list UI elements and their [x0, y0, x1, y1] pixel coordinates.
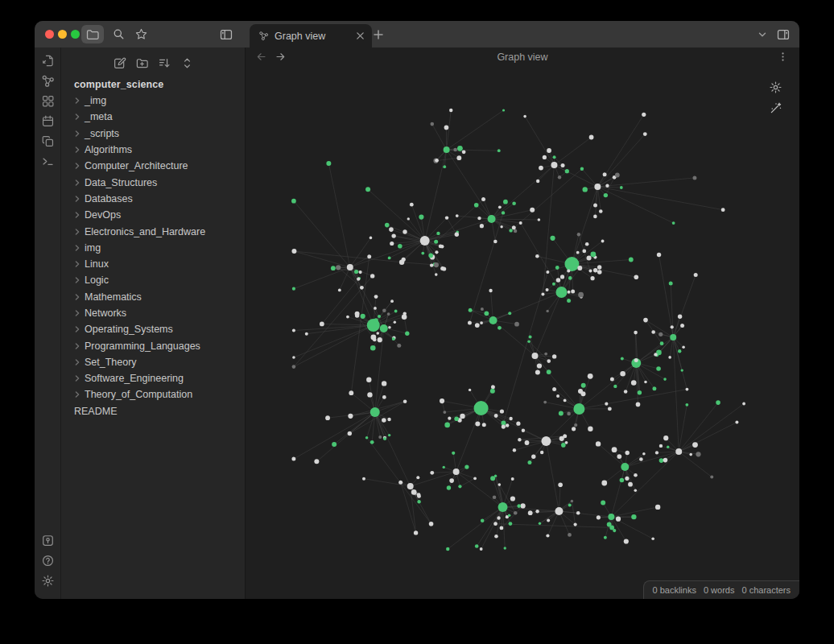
- settings-button[interactable]: [38, 571, 57, 590]
- tree-item-Linux[interactable]: Linux: [61, 256, 245, 272]
- file-tree-item-label: Theory_of_Computation: [85, 389, 192, 400]
- file-explorer-toolbar: [61, 52, 245, 73]
- bookmarks-button[interactable]: [130, 21, 152, 47]
- daily-note-button[interactable]: [38, 111, 57, 130]
- file-tree-item-label: Computer_Architecture: [85, 160, 188, 171]
- new-folder-button[interactable]: [134, 55, 150, 71]
- tree-item-Set_Theory[interactable]: Set_Theory: [61, 354, 245, 370]
- chevron-right-icon: [73, 179, 81, 187]
- tree-item-Operating_Systems[interactable]: Operating_Systems: [61, 321, 245, 337]
- chevron-right-icon: [73, 162, 81, 170]
- tree-item-Data_Structures[interactable]: Data_Structures: [61, 174, 245, 190]
- file-tree-item-label: _meta: [85, 111, 113, 122]
- chevron-right-icon: [73, 97, 81, 105]
- ribbon-bottom: [38, 530, 57, 599]
- tab-list-dropdown-button[interactable]: [754, 21, 770, 47]
- main-pane: Graph view 0 backlinks 0 words 0 charact…: [246, 47, 799, 599]
- vault-switcher-button[interactable]: [38, 530, 57, 550]
- chevron-right-icon: [73, 390, 81, 398]
- tree-item-Algorithms[interactable]: Algorithms: [61, 142, 245, 158]
- chevron-right-icon: [73, 374, 81, 382]
- tree-item-Mathematics[interactable]: Mathematics: [61, 289, 245, 305]
- file-tree-item-label: Software_Engineering: [85, 373, 184, 384]
- tree-item-_img[interactable]: _img: [61, 93, 245, 109]
- tree-item-Computer_Architecture[interactable]: Computer_Architecture: [61, 158, 245, 174]
- chevron-right-icon: [73, 228, 81, 236]
- expand-right-sidebar-button[interactable]: [772, 21, 795, 47]
- tab-label: Graph view: [275, 31, 325, 42]
- file-tree-item-label: img: [85, 242, 101, 254]
- tree-item-_meta[interactable]: _meta: [61, 109, 245, 125]
- file-tree-item-label: DevOps: [85, 209, 121, 221]
- tree-item-img[interactable]: img: [61, 240, 245, 256]
- daily-note-icon: [41, 114, 55, 128]
- chevron-right-icon: [73, 130, 81, 138]
- collapse-all-button[interactable]: [179, 55, 195, 71]
- quick-switcher-icon: [41, 54, 55, 68]
- file-tree: _img _meta _scripts Algorithms Computer_…: [61, 93, 245, 599]
- close-icon[interactable]: [356, 31, 365, 40]
- navigate-forward-button[interactable]: [275, 51, 287, 63]
- graph-canvas[interactable]: [246, 66, 799, 599]
- tree-item-Databases[interactable]: Databases: [61, 191, 245, 207]
- new-tab-button[interactable]: [370, 21, 387, 47]
- graph-animate-button[interactable]: [768, 101, 782, 115]
- graph-view-icon: [41, 74, 55, 88]
- tree-item-_scripts[interactable]: _scripts: [61, 126, 245, 142]
- tree-item-README[interactable]: README: [61, 403, 245, 419]
- tree-item-Networks[interactable]: Networks: [61, 305, 245, 321]
- expand-collapse-icon: [180, 56, 194, 70]
- plus-icon: [373, 29, 384, 40]
- graph-settings-button[interactable]: [768, 80, 782, 94]
- view-header: Graph view: [246, 47, 799, 66]
- status-bar: 0 backlinks 0 words 0 characters: [643, 580, 799, 599]
- obsidian-window: Graph view: [35, 21, 799, 599]
- vault-title[interactable]: computer_science: [74, 79, 245, 90]
- toggle-file-explorer-button[interactable]: [81, 25, 104, 43]
- canvas-button[interactable]: [38, 91, 57, 110]
- wand-icon: [769, 101, 782, 115]
- search-button[interactable]: [107, 21, 130, 47]
- close-window-button[interactable]: [45, 30, 54, 39]
- zoom-window-button[interactable]: [71, 30, 80, 39]
- chevron-right-icon: [73, 276, 81, 284]
- tree-item-Logic[interactable]: Logic: [61, 272, 245, 288]
- file-tree-item-label: _img: [85, 95, 106, 106]
- status-words: 0 words: [704, 585, 735, 595]
- minimize-window-button[interactable]: [58, 30, 67, 39]
- new-note-button[interactable]: [111, 55, 127, 71]
- arrow-right-icon: [275, 51, 287, 63]
- traffic-lights: [45, 21, 80, 47]
- tree-item-Programming_Languages[interactable]: Programming_Languages: [61, 337, 245, 353]
- terminal-icon: [41, 155, 55, 168]
- chevron-down-icon: [758, 30, 767, 39]
- sort-icon: [158, 56, 171, 70]
- vault-switcher-icon: [41, 534, 55, 547]
- new-note-icon: [113, 56, 126, 70]
- terminal-button[interactable]: [38, 151, 57, 171]
- graph-view-button[interactable]: [38, 71, 57, 90]
- templates-button[interactable]: [38, 131, 57, 151]
- tree-item-Software_Engineering[interactable]: Software_Engineering: [61, 370, 245, 386]
- tree-item-DevOps[interactable]: DevOps: [61, 207, 245, 223]
- graph-area: 0 backlinks 0 words 0 characters: [246, 66, 799, 599]
- search-icon: [112, 27, 126, 41]
- chevron-right-icon: [73, 309, 81, 317]
- collapse-left-sidebar-button[interactable]: [215, 21, 237, 47]
- more-options-button[interactable]: [778, 47, 788, 66]
- chevron-right-icon: [73, 293, 81, 301]
- chevron-right-icon: [73, 260, 81, 268]
- tree-item-Theory_of_Computation[interactable]: Theory_of_Computation: [61, 386, 245, 402]
- chevron-right-icon: [73, 342, 81, 350]
- sort-order-button[interactable]: [156, 55, 172, 71]
- file-tree-item-label: Databases: [85, 193, 133, 204]
- navigate-back-button[interactable]: [255, 51, 267, 63]
- help-button[interactable]: [38, 551, 57, 570]
- quick-switcher-button[interactable]: [38, 51, 57, 70]
- graph-icon: [258, 31, 269, 41]
- left-sidebar-toggle-icon: [219, 27, 233, 42]
- file-tree-item-label: Data_Structures: [85, 177, 157, 188]
- tab-graph-view[interactable]: Graph view: [250, 24, 372, 47]
- tree-item-Electronics_and_Hardware[interactable]: Electronics_and_Hardware: [61, 223, 245, 239]
- chevron-right-icon: [73, 211, 81, 219]
